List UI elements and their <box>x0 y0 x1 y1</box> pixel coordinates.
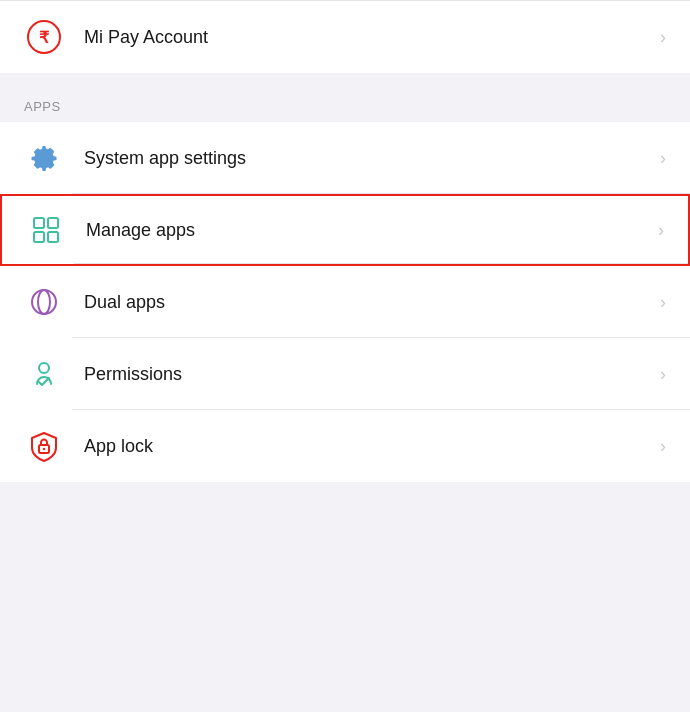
system-app-label: System app settings <box>84 148 660 169</box>
app-lock-label: App lock <box>84 436 660 457</box>
permissions-chevron: › <box>660 364 666 385</box>
manage-apps-row[interactable]: Manage apps › <box>0 194 690 266</box>
page-container: ₹ Mi Pay Account › APPS System app setti… <box>0 0 690 482</box>
svg-point-6 <box>32 290 56 314</box>
svg-point-10 <box>43 448 45 450</box>
gear-icon <box>28 142 60 174</box>
manage-apps-label: Manage apps <box>86 220 658 241</box>
mi-pay-section: ₹ Mi Pay Account › <box>0 1 690 73</box>
svg-rect-4 <box>34 232 44 242</box>
app-lock-chevron: › <box>660 436 666 457</box>
system-app-chevron: › <box>660 148 666 169</box>
mi-pay-icon: ₹ <box>26 19 62 55</box>
app-lock-row[interactable]: App lock › <box>0 410 690 482</box>
svg-point-7 <box>38 290 50 314</box>
manage-apps-icon-wrap <box>26 210 66 250</box>
permissions-icon-wrap <box>24 354 64 394</box>
dual-apps-label: Dual apps <box>84 292 660 313</box>
svg-rect-3 <box>48 218 58 228</box>
apps-section-label: APPS <box>24 99 61 114</box>
system-app-icon-wrap <box>24 138 64 178</box>
svg-rect-5 <box>48 232 58 242</box>
mi-pay-label: Mi Pay Account <box>84 27 660 48</box>
apps-section: System app settings › Manage apps › <box>0 122 690 482</box>
apps-section-header: APPS <box>0 81 690 122</box>
dual-apps-icon <box>28 286 60 318</box>
dual-apps-chevron: › <box>660 292 666 313</box>
manage-apps-chevron: › <box>658 220 664 241</box>
permissions-label: Permissions <box>84 364 660 385</box>
system-app-row[interactable]: System app settings › <box>0 122 690 194</box>
svg-text:₹: ₹ <box>39 29 50 46</box>
dual-apps-icon-wrap <box>24 282 64 322</box>
app-lock-icon <box>28 430 60 462</box>
svg-point-8 <box>39 363 49 373</box>
mi-pay-icon-wrap: ₹ <box>24 17 64 57</box>
manage-apps-icon <box>30 214 62 246</box>
mi-pay-chevron: › <box>660 27 666 48</box>
section-gap-1 <box>0 73 690 81</box>
permissions-row[interactable]: Permissions › <box>0 338 690 410</box>
svg-rect-2 <box>34 218 44 228</box>
mi-pay-row[interactable]: ₹ Mi Pay Account › <box>0 1 690 73</box>
app-lock-icon-wrap <box>24 426 64 466</box>
permissions-icon <box>28 358 60 390</box>
dual-apps-row[interactable]: Dual apps › <box>0 266 690 338</box>
